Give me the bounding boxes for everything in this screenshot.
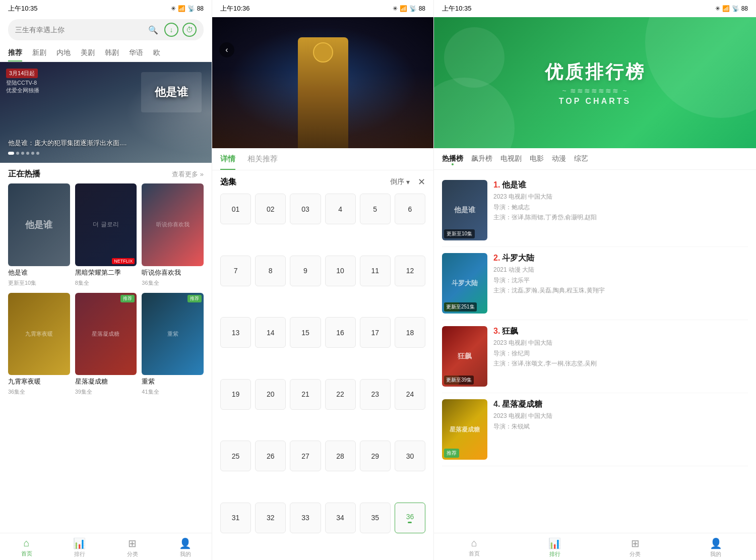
media-item-6[interactable]: 重紫 推荐 重紫 41集全 [142, 293, 204, 396]
ep-24[interactable]: 24 [395, 379, 425, 410]
nav-category-3[interactable]: ⊞ 分类 [595, 537, 676, 558]
nav-home-3[interactable]: ⌂ 首页 [434, 537, 515, 558]
tab-us[interactable]: 美剧 [81, 44, 95, 61]
history-icon[interactable]: ⏱ [182, 23, 197, 37]
sort-arrow-icon: ▾ [406, 178, 410, 186]
wifi-icon: 📡 [187, 5, 195, 12]
ep-18[interactable]: 18 [395, 317, 425, 348]
ep-27[interactable]: 27 [290, 441, 321, 471]
ep-30[interactable]: 30 [395, 441, 425, 471]
ep-17[interactable]: 17 [360, 317, 391, 348]
ep-20[interactable]: 20 [255, 379, 286, 410]
nav-rank-1[interactable]: 📊 排行 [53, 537, 106, 558]
chart-meta-4: 2023 电视剧 中国大陆 [493, 412, 748, 420]
ep-01[interactable]: 01 [220, 194, 251, 224]
nav-home-1[interactable]: ⌂ 首页 [0, 537, 53, 558]
chart-tab-anime[interactable]: 动漫 [552, 148, 566, 169]
ep-8[interactable]: 8 [255, 256, 286, 286]
tab-new[interactable]: 新剧 [32, 44, 46, 61]
tab-detail[interactable]: 详情 [220, 148, 235, 170]
media-thumb-3: 听说你喜欢我 [142, 183, 204, 266]
tab-eu[interactable]: 欧 [153, 44, 160, 61]
tab-mainland[interactable]: 内地 [56, 44, 71, 61]
bg-circle-1 [645, 17, 756, 118]
nav-mine-3[interactable]: 👤 我的 [675, 537, 756, 558]
category-nav: 推荐 新剧 内地 美剧 韩剧 华语 欧 [0, 44, 212, 62]
ep-22[interactable]: 22 [325, 379, 356, 410]
media-sub-2: 8集全 [75, 279, 137, 287]
close-button[interactable]: ✕ [418, 176, 425, 188]
nav-category-1[interactable]: ⊞ 分类 [106, 537, 159, 558]
ep-31[interactable]: 31 [220, 503, 251, 533]
chart-ornament: ~ ≋≋≋≋≋≋≋ ~ [562, 87, 627, 95]
back-button[interactable]: ‹ [219, 42, 234, 57]
hero-dots [8, 152, 204, 155]
ep-12[interactable]: 12 [395, 256, 425, 286]
chart-tab-rise[interactable]: 飙升榜 [471, 148, 492, 169]
media-item-5[interactable]: 星落凝成糖 推荐 星落凝成糖 39集全 [75, 293, 137, 396]
chart-rank-row-1: 1. 他是谁 [493, 180, 748, 191]
status-icons-3: ✳ 📶 📡 88 [715, 5, 748, 12]
ep-02[interactable]: 02 [255, 194, 286, 224]
chart-tab-movie[interactable]: 电影 [530, 148, 544, 169]
chart-tab-tv[interactable]: 电视剧 [500, 148, 522, 169]
ep-28[interactable]: 28 [325, 441, 356, 471]
sort-button[interactable]: 倒序 ▾ [390, 177, 410, 186]
ep-9[interactable]: 9 [290, 256, 321, 286]
ep-10[interactable]: 10 [325, 256, 356, 286]
chart-item-3[interactable]: 狂飙 热播 更新至39集 3. 狂飙 2023 电视剧 中国大陆 导演：徐纪周 … [442, 320, 748, 393]
tab-recommend[interactable]: 推荐 [8, 44, 22, 61]
download-icon[interactable]: ↓ [164, 23, 178, 37]
ep-6[interactable]: 6 [395, 194, 425, 224]
ep-5[interactable]: 5 [360, 194, 391, 224]
dot-5 [31, 152, 34, 155]
chart-item-1[interactable]: 他是谁 更新至10集 1. 他是谁 2023 电视剧 中国大陆 导演：鲍成志 主… [442, 174, 748, 247]
ep-29[interactable]: 29 [360, 441, 391, 471]
media-item-4[interactable]: 九霄寒夜暖 九霄寒夜暖 36集全 [8, 293, 70, 396]
media-item-2[interactable]: 더 글로리 NETFLIX 黑暗荣耀第二季 8集全 [75, 183, 137, 287]
tab-chinese[interactable]: 华语 [129, 44, 143, 61]
chart-tab-variety[interactable]: 综艺 [574, 148, 588, 169]
ep-03[interactable]: 03 [290, 194, 321, 224]
chart-item-4[interactable]: 星落凝成糖 推荐 4. 星落凝成糖 2023 电视剧 中国大陆 导演：朱锐斌 [442, 393, 748, 466]
ep-25[interactable]: 25 [220, 441, 251, 471]
ep-32[interactable]: 32 [255, 503, 286, 533]
episode-title: 选集 [220, 177, 236, 188]
ep-11[interactable]: 11 [360, 256, 391, 286]
hot-section-more[interactable]: 查看更多 » [172, 170, 204, 179]
search-input[interactable] [15, 26, 144, 34]
tab-recommend[interactable]: 相关推荐 [247, 148, 278, 170]
ep-4[interactable]: 4 [325, 194, 356, 224]
episode-header: 选集 倒序 ▾ ✕ [212, 170, 433, 194]
ep-23[interactable]: 23 [360, 379, 391, 410]
ep-35[interactable]: 35 [360, 503, 391, 533]
nav-rank-3[interactable]: 📊 排行 [515, 537, 595, 558]
bluetooth-icon: ✳ [171, 5, 176, 12]
chart-thumb-3: 狂飙 热播 更新至39集 [442, 326, 487, 387]
hero-banner[interactable]: 3月14日起 登陆CCTV-8 优爱全网独播 他是谁 他是谁：庞大的犯罪集团逐渐… [0, 62, 212, 163]
chart-meta-3: 2023 电视剧 中国大陆 [493, 339, 748, 347]
ep-33[interactable]: 33 [290, 503, 321, 533]
chart-item-2[interactable]: 斗罗大陆 更新 更新至251集 2. 斗罗大陆 2021 动漫 大陆 导演：沈乐… [442, 247, 748, 320]
ep-14[interactable]: 14 [255, 317, 286, 348]
media-item-1[interactable]: 他是谁 他是谁 更新至10集 [8, 183, 70, 287]
ep-34[interactable]: 34 [325, 503, 356, 533]
dot-4 [26, 152, 29, 155]
tab-kr[interactable]: 韩剧 [105, 44, 119, 61]
rank-number-4: 4. [493, 400, 500, 409]
chart-tab-hot[interactable]: 热播榜 [442, 148, 463, 169]
chart-rank-row-3: 3. 狂飙 [493, 326, 748, 337]
ep-16[interactable]: 16 [325, 317, 356, 348]
ep-13[interactable]: 13 [220, 317, 251, 348]
ep-36[interactable]: 36 [395, 503, 425, 533]
search-icon[interactable]: 🔍 [148, 25, 158, 35]
ep-21[interactable]: 21 [290, 379, 321, 410]
media-item-3[interactable]: 听说你喜欢我 听说你喜欢我 36集全 [142, 183, 204, 287]
ep-7[interactable]: 7 [220, 256, 251, 286]
hero-cctv-channel: 登陆CCTV-8 [6, 79, 39, 87]
ep-26[interactable]: 26 [255, 441, 286, 471]
ep-19[interactable]: 19 [220, 379, 251, 410]
nav-mine-1[interactable]: 👤 我的 [159, 537, 212, 558]
chart-thumb-1: 他是谁 更新至10集 [442, 180, 487, 240]
ep-15[interactable]: 15 [290, 317, 321, 348]
